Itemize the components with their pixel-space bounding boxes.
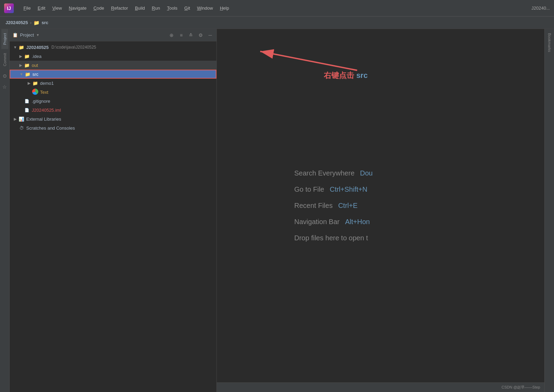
- tree-idea[interactable]: 📁 .idea: [10, 52, 216, 61]
- editor-area: 右键点击 src Search Everywhere Dou Go to Fil…: [217, 29, 544, 392]
- sidebar-tab-commit[interactable]: Commit: [1, 49, 8, 70]
- shortcut-drop: Drop files here to open t: [294, 234, 467, 242]
- scratches-label: Scratches and Consoles: [26, 125, 75, 131]
- tree-ext-libs[interactable]: 📊 External Libraries: [10, 114, 216, 123]
- ext-libs-chevron: [12, 117, 18, 121]
- demo1-chevron: [26, 81, 32, 86]
- src-folder-icon: 📁: [24, 72, 31, 77]
- breadcrumb-project[interactable]: J20240525: [6, 20, 28, 25]
- shortcut-navbar-label: Navigation Bar: [294, 218, 340, 226]
- root-folder-icon: 📁: [18, 45, 25, 50]
- tree-src[interactable]: 📁 src: [10, 70, 216, 79]
- project-dropdown-label: Project: [20, 32, 34, 38]
- shortcut-search-label: Search Everywhere: [294, 169, 355, 177]
- idea-label: .idea: [32, 54, 41, 59]
- menu-window[interactable]: Window: [194, 4, 216, 12]
- ext-libs-icon: 📊: [18, 117, 25, 122]
- demo1-label: demo1: [40, 81, 54, 86]
- expand-icon[interactable]: ≛: [187, 32, 194, 39]
- menu-file[interactable]: File: [21, 4, 33, 12]
- menu-code[interactable]: Code: [91, 4, 107, 12]
- status-bar: CSDN @赵早——Step: [217, 382, 544, 392]
- menu-run[interactable]: Run: [149, 4, 163, 12]
- menu-navigate[interactable]: Navigate: [66, 4, 89, 12]
- gitignore-label: .gitignore: [32, 99, 50, 104]
- src-chevron: [19, 72, 24, 76]
- tree-scratches[interactable]: ⏱ Scratches and Consoles: [10, 123, 216, 132]
- shortcut-navbar-key: Alt+Hon: [345, 218, 370, 226]
- shortcut-search: Search Everywhere Dou: [294, 169, 467, 177]
- breadcrumb-src[interactable]: src: [41, 20, 48, 25]
- text-label: Text: [40, 90, 48, 95]
- demo1-folder-icon: 📁: [32, 81, 39, 86]
- text-file-icon: [32, 89, 39, 96]
- menu-edit[interactable]: Edit: [35, 4, 48, 12]
- iml-icon: 📄: [23, 108, 30, 112]
- breadcrumb-sep: ›: [30, 20, 31, 25]
- sidebar-tab-project[interactable]: Project: [1, 29, 8, 49]
- gitignore-icon: 📄: [23, 99, 30, 103]
- tree-iml[interactable]: 📄 J20240525.iml: [10, 105, 216, 114]
- iml-label: J20240525.iml: [32, 108, 61, 113]
- tree-demo1[interactable]: 📁 demo1: [10, 79, 216, 88]
- window-title: J20240...: [532, 6, 550, 11]
- shortcut-recent-label: Recent Files: [294, 202, 333, 210]
- tree-root[interactable]: 📁 J20240525 D:\code\java\J20240525: [10, 43, 216, 52]
- scratches-icon: ⏱: [18, 125, 25, 131]
- root-chevron: [12, 45, 18, 49]
- menu-view[interactable]: View: [49, 4, 65, 12]
- breadcrumb-bar: J20240525 › 📁 src: [0, 17, 554, 29]
- app-icon: IJ: [4, 3, 14, 13]
- minimize-icon[interactable]: ─: [207, 32, 214, 39]
- tree-out[interactable]: 📁 out: [10, 61, 216, 70]
- sidebar-icon-star[interactable]: ☆: [1, 81, 8, 92]
- collapse-all-icon[interactable]: ≡: [178, 32, 185, 39]
- status-text: CSDN @赵早——Step: [502, 385, 540, 390]
- left-sidebar-strip: Project Commit ⊙ ☆: [0, 29, 10, 392]
- tree-text-file[interactable]: Text: [10, 88, 216, 97]
- shortcut-recent: Recent Files Ctrl+E: [294, 202, 467, 210]
- ext-libs-label: External Libraries: [26, 117, 61, 122]
- menu-help[interactable]: Help: [217, 4, 232, 12]
- target-icon[interactable]: ⊕: [168, 32, 175, 39]
- editor-shortcuts: Search Everywhere Dou Go to File Ctrl+Sh…: [217, 29, 544, 382]
- menu-git[interactable]: Git: [182, 4, 193, 12]
- shortcut-goto-key: Ctrl+Shift+N: [330, 185, 367, 193]
- menu-tools[interactable]: Tools: [164, 4, 180, 12]
- bookmarks-tab[interactable]: Bookmarks: [546, 29, 553, 56]
- project-toolbar: 📋 Project ▼ ⊕ ≡ ≛ ⚙ ─: [10, 29, 216, 41]
- title-bar: IJ File Edit View Navigate Code Refactor…: [0, 0, 554, 17]
- project-dropdown[interactable]: 📋 Project ▼: [12, 32, 39, 38]
- shortcut-navbar: Navigation Bar Alt+Hon: [294, 218, 467, 226]
- settings-icon[interactable]: ⚙: [197, 32, 204, 39]
- dropdown-arrow-icon: ▼: [36, 33, 39, 37]
- folder-icon: 📁: [33, 20, 39, 26]
- shortcut-recent-key: Ctrl+E: [338, 202, 358, 210]
- file-tree: 📁 J20240525 D:\code\java\J20240525 📁 .id…: [10, 41, 216, 392]
- root-name: J20240525: [26, 45, 49, 50]
- shortcut-goto-label: Go to File: [294, 185, 324, 193]
- src-label: src: [32, 72, 38, 77]
- menu-refactor[interactable]: Refactor: [108, 4, 131, 12]
- out-label: out: [32, 63, 38, 68]
- idea-folder-icon: 📁: [23, 54, 30, 59]
- menu-build[interactable]: Build: [132, 4, 148, 12]
- root-path: D:\code\java\J20240525: [51, 45, 96, 50]
- shortcut-goto: Go to File Ctrl+Shift+N: [294, 185, 467, 193]
- sidebar-icon-bookmark[interactable]: ⊙: [1, 70, 8, 81]
- bookmarks-strip: Bookmarks: [544, 29, 554, 392]
- main-layout: Project Commit ⊙ ☆ 📋 Project ▼ ⊕ ≡ ≛ ⚙ ─: [0, 29, 554, 392]
- out-folder-icon: 📁: [23, 63, 30, 68]
- out-chevron: [18, 63, 23, 68]
- project-panel: 📋 Project ▼ ⊕ ≡ ≛ ⚙ ─ 📁 J20240525 D:\cod…: [10, 29, 217, 392]
- shortcut-search-key: Dou: [360, 169, 373, 177]
- tree-gitignore[interactable]: 📄 .gitignore: [10, 97, 216, 105]
- menu-bar: File Edit View Navigate Code Refactor Bu…: [21, 4, 232, 12]
- drop-label: Drop files here to open t: [294, 234, 368, 242]
- idea-chevron: [18, 54, 23, 59]
